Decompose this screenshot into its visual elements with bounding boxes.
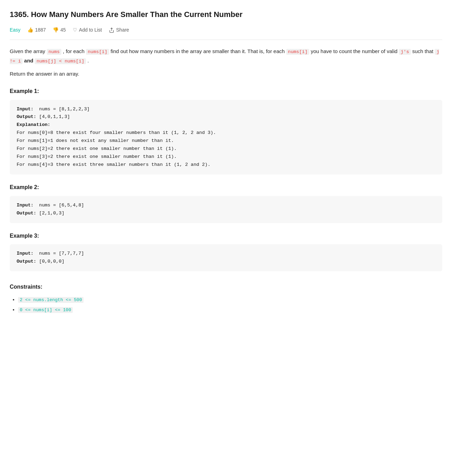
constraints-title: Constraints: (10, 282, 442, 291)
thumbs-up-icon: 👍 (27, 26, 33, 34)
constraints-list: 2 <= nums.length <= 500 0 <= nums[i] <= … (10, 296, 442, 314)
example-3-section: Example 3: Input: nums = [7,7,7,7] Outpu… (10, 231, 442, 271)
example-2-section: Example 2: Input: nums = [6,5,4,8] Outpu… (10, 183, 442, 223)
example-2-title: Example 2: (10, 183, 442, 192)
js-code: j's (399, 49, 411, 55)
constraints-section: Constraints: 2 <= nums.length <= 500 0 <… (10, 282, 442, 314)
example-1-title: Example 1: (10, 87, 442, 96)
share-icon (109, 26, 114, 34)
nums-i-code-1: nums[i] (86, 49, 109, 55)
nums-i-code-2: nums[i] (286, 49, 310, 55)
example-2-code: Input: nums = [6,5,4,8] Output: [2,1,0,3… (10, 196, 442, 223)
heart-icon: ♡ (73, 26, 77, 34)
example-1-section: Example 1: Input: nums = [8,1,2,2,3] Out… (10, 87, 442, 175)
constraint-1: 2 <= nums.length <= 500 (18, 296, 442, 304)
problem-description: Given the array nums , for each nums[i] … (10, 47, 442, 78)
nums-code-1: nums (47, 49, 61, 55)
problem-title: 1365. How Many Numbers Are Smaller Than … (10, 8, 442, 20)
likes-count[interactable]: 👍 1887 (27, 26, 46, 34)
add-to-list-button[interactable]: ♡ Add to List (73, 26, 102, 34)
constraint-2: 0 <= nums[i] <= 100 (18, 306, 442, 314)
example-1-code: Input: nums = [8,1,2,2,3] Output: [4,0,1… (10, 100, 442, 175)
difficulty-badge: Easy (10, 26, 20, 34)
nums-j-lt-code: nums[j] < nums[i] (35, 58, 86, 64)
description-paragraph-1: Given the array nums , for each nums[i] … (10, 47, 442, 66)
share-button[interactable]: Share (109, 26, 129, 34)
dislikes-count[interactable]: 👎 45 (53, 26, 66, 34)
thumbs-down-icon: 👎 (53, 26, 59, 34)
example-3-code: Input: nums = [7,7,7,7] Output: [0,0,0,0… (10, 244, 442, 271)
example-3-title: Example 3: (10, 231, 442, 240)
description-paragraph-2: Return the answer in an array. (10, 69, 442, 78)
meta-bar: Easy 👍 1887 👎 45 ♡ Add to List Share (10, 26, 442, 40)
